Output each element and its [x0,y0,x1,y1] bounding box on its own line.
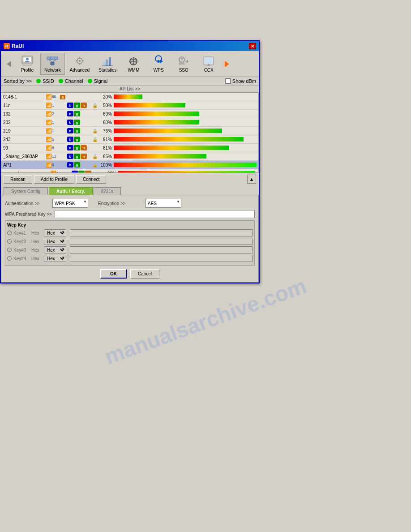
svg-rect-11 [51,62,54,65]
connect-button[interactable]: Connect [76,175,106,184]
key4-format-select[interactable]: Hex ASCII [44,255,66,262]
ap-lock: 🔒 [92,163,98,167]
toolbar-wmm[interactable]: WMM [121,53,146,75]
ap-percent: 50% [98,103,114,108]
ok-button[interactable]: OK [100,269,127,279]
sort-signal[interactable]: Signal [88,78,108,84]
ap-lock: 🔒 [92,129,98,133]
svg-point-13 [79,60,81,62]
ap-row[interactable]: 202 📶1 b g 60% [1,118,258,127]
ap-badges: b g [67,128,92,133]
tab-system-config[interactable]: System Config [4,187,48,195]
svg-point-32 [208,64,210,65]
signal-bar [114,163,257,167]
app-icon: R [4,43,10,49]
toolbar-ccx[interactable]: CCX [197,53,221,75]
forward-arrow[interactable] [222,59,232,69]
key2-input[interactable] [70,238,253,245]
ap-signal-icon: 📶2 [46,111,58,117]
ap-channel: a [58,94,67,99]
key1-format-select[interactable]: Hex ASCII [44,229,66,236]
ap-row[interactable]: _Shiang_2860AP 📶11 b g n 🔒 65% [1,152,258,161]
key-row-2: Key#2 Hex Hex ASCII [7,238,253,245]
show-dbm-checkbox[interactable] [225,78,231,84]
ap-row[interactable]: 11n 📶1 b g n 🔒 50% [1,101,258,110]
svg-rect-3 [23,64,32,65]
wmm-label: WMM [128,68,139,73]
ap-signal-icon: 📶11 [46,154,58,159]
add-to-profile-button[interactable]: Add to Profile [34,175,74,184]
signal-bar [114,94,142,99]
rescan-button[interactable]: Rescan [4,175,32,184]
key2-format-select[interactable]: Hex ASCII [44,238,66,245]
key3-format-select[interactable]: Hex ASCII [44,246,66,253]
wpa-key-label: WPA Preshared Key >> [5,212,52,217]
signal-bar [118,171,255,172]
enc-select[interactable]: AES TKIP None [146,199,181,208]
network-label: Network [44,68,61,73]
key4-input[interactable] [70,255,253,262]
key1-input[interactable] [70,229,253,236]
signal-bar [114,103,185,107]
ap-list[interactable]: 0148-1 📶60 a 20% 11n 📶1 [1,93,258,172]
toolbar-network[interactable]: Network [40,53,65,75]
svg-line-10 [52,60,56,62]
auth-row: Authentication >> WPA-PSK WPA2-PSK Open … [5,199,255,208]
sort-channel[interactable]: Channel [59,78,83,84]
ap-row[interactable]: 243 📶5 b g 🔒 91% [1,135,258,144]
ap-name: 219 [3,129,46,133]
ap-badges: b g [67,162,92,167]
title-bar-left: R RaUI [4,43,24,49]
ap-signal-icon: 📶6 [46,145,58,151]
cancel-button[interactable]: Cancel [130,269,159,279]
key3-radio[interactable] [7,248,12,252]
ccx-icon [202,55,215,67]
profile-label: Profile [21,68,34,73]
triangle-button[interactable]: ▲ [247,175,256,184]
svg-point-27 [157,60,160,63]
ap-badges: b g [67,111,92,116]
ap-row[interactable]: 0148-1 📶60 a 20% [1,93,258,101]
key4-radio[interactable] [7,256,12,261]
ap-row[interactable]: ▶ arcadre 📶1 b g n 99% [1,169,258,172]
ap-row[interactable]: 219 📶1 b g 🔒 76% [1,127,258,135]
svg-rect-20 [109,57,111,66]
ap-row[interactable]: 132 📶2 b g 60% [1,110,258,118]
svg-rect-7 [51,57,54,60]
toolbar-advanced[interactable]: Advanced [66,53,94,75]
close-button[interactable]: ✕ [249,43,256,49]
toolbar-sso[interactable]: SSO [171,53,196,75]
tab-auth-encry[interactable]: Auth. \ Encry. [49,187,93,195]
key2-radio[interactable] [7,239,12,244]
ap-badges: b g n [67,145,92,150]
key3-input[interactable] [70,246,253,253]
ap-lock: 🔒 [92,137,98,142]
toolbar-wps[interactable]: WPS [146,53,171,75]
ap-name: arcadre [8,171,50,173]
ap-name: 243 [3,137,46,142]
wpa-key-row: WPA Preshared Key >> [5,210,255,218]
ap-percent: 60% [98,112,114,116]
ap-signal-icon: 📶1 [50,171,63,173]
main-window: R RaUI ✕ [0,40,260,283]
auth-label: Authentication >> [5,201,50,206]
key1-radio[interactable] [7,231,12,235]
wpa-key-input[interactable] [55,210,255,218]
back-arrow[interactable] [4,59,14,69]
key2-label: Key#2 [13,239,30,244]
ap-name: AP1 [3,163,46,167]
tab-extra[interactable]: 8221s [94,187,121,195]
signal-bar [114,154,206,159]
toolbar-statistics[interactable]: Statistics [94,53,120,75]
title-bar: R RaUI ✕ [1,41,259,51]
ssid-label: SSID [43,78,54,84]
signal-bar [114,137,244,142]
row-arrow: ▶ [3,172,8,173]
toolbar-profile[interactable]: Profile [15,53,39,75]
ap-list-header: AP List >> [1,86,259,92]
ap-name: 132 [3,112,46,116]
auth-select[interactable]: WPA-PSK WPA2-PSK Open Shared [52,199,88,208]
ap-row[interactable]: 99 📶6 b g n 81% [1,144,258,152]
sort-ssid[interactable]: SSID [36,78,54,84]
ap-row[interactable]: AP1 📶6 b g 🔒 100% [1,161,258,169]
